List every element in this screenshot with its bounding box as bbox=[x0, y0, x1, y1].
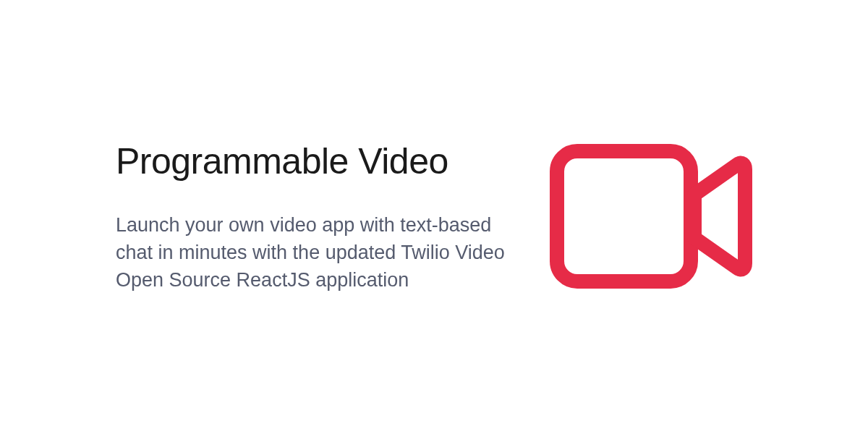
page-title: Programmable Video bbox=[116, 140, 506, 182]
icon-block bbox=[550, 140, 752, 292]
hero-content: Programmable Video Launch your own video… bbox=[116, 140, 796, 294]
text-block: Programmable Video Launch your own video… bbox=[116, 140, 506, 294]
svg-rect-0 bbox=[557, 151, 691, 281]
video-camera-icon bbox=[550, 144, 752, 289]
page-description: Launch your own video app with text-base… bbox=[116, 211, 506, 294]
